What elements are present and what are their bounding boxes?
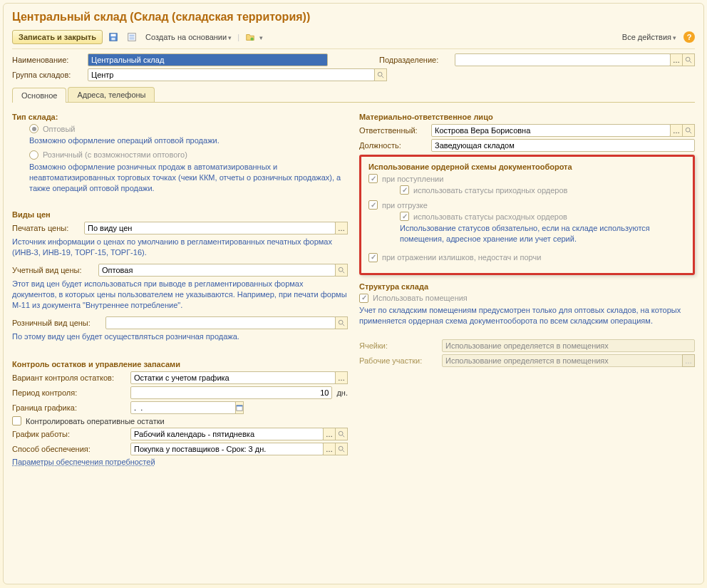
print-prices-label: Печатать цены: xyxy=(12,224,80,232)
retail-price-search-button[interactable] xyxy=(335,316,348,329)
svg-point-18 xyxy=(339,432,343,436)
structure-heading: Структура склада xyxy=(359,282,695,291)
svg-point-8 xyxy=(686,57,690,61)
radio-wholesale-label: Оптовый xyxy=(43,125,75,133)
responsible-select-button[interactable]: … xyxy=(670,124,683,137)
period-input[interactable] xyxy=(130,386,332,399)
name-input[interactable] xyxy=(88,53,328,66)
responsible-search-button[interactable] xyxy=(682,124,695,137)
areas-label: Рабочие участки: xyxy=(359,356,438,365)
print-prices-input[interactable] xyxy=(84,222,336,234)
acct-price-input[interactable] xyxy=(98,264,336,277)
schedule-label: График работы: xyxy=(12,430,126,438)
group-search-button[interactable] xyxy=(374,68,387,81)
svg-line-19 xyxy=(343,435,345,438)
print-prices-hint: Источник информации о ценах по умолчанию… xyxy=(12,237,348,258)
chk-rooms[interactable] xyxy=(359,294,368,303)
supply-input[interactable] xyxy=(130,443,324,455)
period-label: Период контроля: xyxy=(12,388,126,397)
cells-input xyxy=(442,339,695,352)
supply-params-link[interactable]: Параметры обеспечения потребностей xyxy=(12,458,155,466)
svg-line-23 xyxy=(690,132,692,134)
print-prices-select-button[interactable]: … xyxy=(335,222,348,234)
list-icon[interactable] xyxy=(124,30,140,44)
supply-label: Способ обеспечения: xyxy=(12,445,126,453)
left-column: Тип склада: Оптовый Возможно оформление … xyxy=(12,108,348,468)
chk-incoming-label: при поступлении xyxy=(382,175,443,183)
order-scheme-heading: Использование ордерной схемы документооб… xyxy=(368,163,686,171)
areas-input xyxy=(442,354,683,367)
responsible-label: Ответственный: xyxy=(359,126,427,135)
chk-surplus[interactable] xyxy=(368,253,378,262)
tab-addresses[interactable]: Адреса, телефоны xyxy=(68,87,155,102)
mol-heading: Материально-ответственное лицо xyxy=(359,113,695,121)
svg-point-14 xyxy=(339,320,343,324)
areas-select-button: … xyxy=(682,354,695,367)
tab-main[interactable]: Основное xyxy=(12,88,66,103)
all-actions-dropdown[interactable]: Все действия xyxy=(622,33,676,41)
warehouse-type-heading: Тип склада: xyxy=(12,113,348,121)
folder-icon[interactable] xyxy=(242,30,258,44)
radio-retail-label: Розничный (с возможностями оптового) xyxy=(43,150,187,159)
chk-shipping-label: при отгрузке xyxy=(382,201,428,210)
subdivision-input[interactable] xyxy=(455,53,671,66)
subdivision-search-button[interactable] xyxy=(682,53,695,66)
svg-line-15 xyxy=(343,324,345,326)
variant-select-button[interactable]: … xyxy=(335,371,348,384)
folder-dropdown-icon[interactable] xyxy=(258,33,263,41)
svg-line-21 xyxy=(343,450,345,453)
save-close-button[interactable]: Записать и закрыть xyxy=(12,30,103,44)
svg-point-7 xyxy=(250,37,253,40)
schedule-select-button[interactable]: … xyxy=(323,428,336,440)
chk-shipping[interactable] xyxy=(368,200,378,210)
help-icon[interactable]: ? xyxy=(683,31,695,43)
schedule-input[interactable] xyxy=(130,428,324,440)
variant-input[interactable] xyxy=(130,371,336,384)
position-input[interactable] xyxy=(431,139,695,152)
svg-line-11 xyxy=(382,76,384,78)
chk-incoming[interactable] xyxy=(368,174,378,183)
toolbar: Записать и закрыть Создать на основании … xyxy=(12,28,695,49)
chk-incoming-status[interactable] xyxy=(400,185,409,195)
chk-shipping-status-label: использовать статусы расходных ордеров xyxy=(413,212,567,221)
subdivision-label: Подразделение: xyxy=(379,56,450,64)
svg-rect-1 xyxy=(111,34,116,37)
period-unit: дн. xyxy=(336,388,348,397)
acct-price-hint: Этот вид цен будет использоваться при вы… xyxy=(12,279,348,311)
retail-price-input[interactable] xyxy=(105,316,336,329)
svg-line-9 xyxy=(690,61,692,63)
svg-point-12 xyxy=(339,267,343,272)
radio-retail[interactable] xyxy=(29,150,38,160)
create-based-on-dropdown[interactable]: Создать на основании xyxy=(143,31,234,43)
supply-select-button[interactable]: … xyxy=(323,443,336,455)
chk-rooms-label: Использовать помещения xyxy=(373,294,468,302)
acct-price-search-button[interactable] xyxy=(335,264,348,277)
supply-search-button[interactable] xyxy=(335,443,348,455)
boundary-label: Граница графика: xyxy=(12,403,126,412)
prices-heading: Виды цен xyxy=(12,210,348,219)
responsible-input[interactable] xyxy=(431,124,671,137)
retail-price-label: Розничный вид цены: xyxy=(12,319,101,327)
subdivision-select-button[interactable]: … xyxy=(670,53,683,66)
svg-rect-2 xyxy=(111,38,115,41)
stock-heading: Контроль остатков и управление запасами xyxy=(12,360,348,368)
chk-shipping-status[interactable] xyxy=(400,212,409,221)
position-label: Должность: xyxy=(359,141,427,150)
save-icon[interactable] xyxy=(105,30,121,44)
radio-wholesale[interactable] xyxy=(29,124,38,133)
schedule-search-button[interactable] xyxy=(335,428,348,440)
acct-price-label: Учетный вид цены: xyxy=(12,266,94,274)
boundary-input[interactable] xyxy=(130,401,236,414)
boundary-calendar-button[interactable] xyxy=(235,401,244,414)
right-column: Материально-ответственное лицо Ответстве… xyxy=(359,108,695,468)
wholesale-hint: Возможно оформление операций оптовой про… xyxy=(29,135,348,146)
control-operative-checkbox[interactable] xyxy=(12,416,21,425)
chk-surplus-label: при отражении излишков, недостач и порчи xyxy=(382,253,541,262)
retail-price-hint: По этому виду цен будет осуществляться р… xyxy=(12,331,348,342)
group-input[interactable] xyxy=(88,68,375,81)
svg-point-22 xyxy=(686,128,690,132)
rooms-hint: Учет по складским помещениям предусмотре… xyxy=(359,305,695,326)
svg-rect-17 xyxy=(237,406,242,407)
svg-point-10 xyxy=(378,72,382,76)
cells-label: Ячейки: xyxy=(359,341,438,350)
